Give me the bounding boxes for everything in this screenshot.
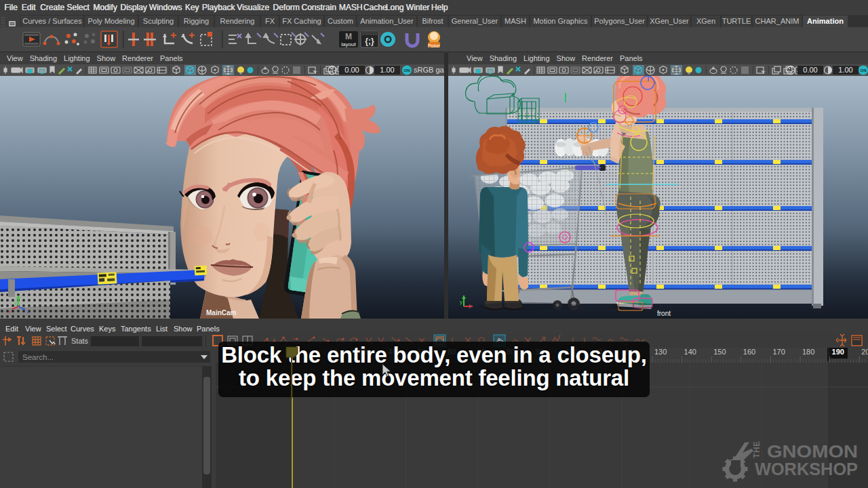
svg-text:MainCam: MainCam <box>206 309 237 317</box>
svg-text:Stats: Stats <box>71 337 89 345</box>
svg-text:ON: ON <box>404 68 410 73</box>
svg-text:WORKSHOP: WORKSHOP <box>755 459 858 479</box>
svg-text:190: 190 <box>832 348 844 356</box>
svg-text:160: 160 <box>743 348 755 356</box>
svg-text:0.00: 0.00 <box>803 66 817 74</box>
svg-text:Picker: Picker <box>428 43 441 48</box>
svg-text:{;}: {;} <box>365 37 374 46</box>
svg-text:z: z <box>26 308 29 314</box>
svg-text:1.00: 1.00 <box>838 66 852 74</box>
svg-text:140: 140 <box>684 348 696 356</box>
svg-text:y: y <box>460 299 462 305</box>
svg-text:M: M <box>345 32 352 41</box>
svg-text:front: front <box>657 310 671 317</box>
svg-text:y: y <box>14 300 17 306</box>
svg-text:1.00: 1.00 <box>380 66 394 74</box>
svg-text:Search...: Search... <box>22 353 54 361</box>
svg-text:170: 170 <box>772 348 785 356</box>
svg-text:130: 130 <box>654 348 667 356</box>
svg-text:0.00: 0.00 <box>344 66 359 74</box>
svg-text:180: 180 <box>802 348 814 356</box>
svg-text:THE: THE <box>751 441 762 458</box>
svg-text:200: 200 <box>861 348 868 356</box>
svg-text:layout: layout <box>341 41 356 47</box>
svg-text:150: 150 <box>713 348 726 356</box>
svg-text:x: x <box>8 308 11 314</box>
svg-text:ON: ON <box>861 68 867 73</box>
